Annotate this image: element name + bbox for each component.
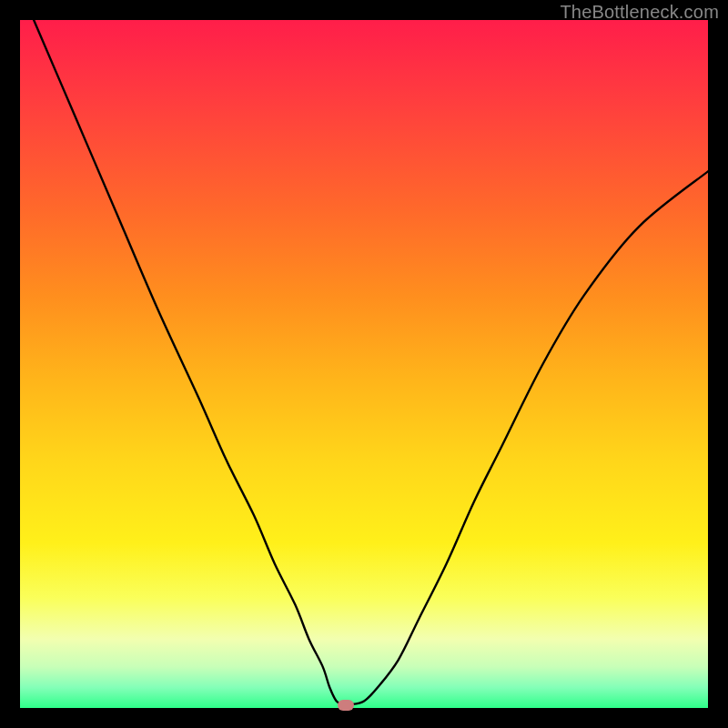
watermark-text: TheBottleneck.com: [560, 2, 719, 23]
curve-svg: [20, 20, 708, 708]
minimum-marker: [338, 700, 354, 711]
plot-area: [20, 20, 708, 708]
bottleneck-curve: [34, 20, 708, 705]
chart-frame: TheBottleneck.com: [0, 0, 728, 728]
